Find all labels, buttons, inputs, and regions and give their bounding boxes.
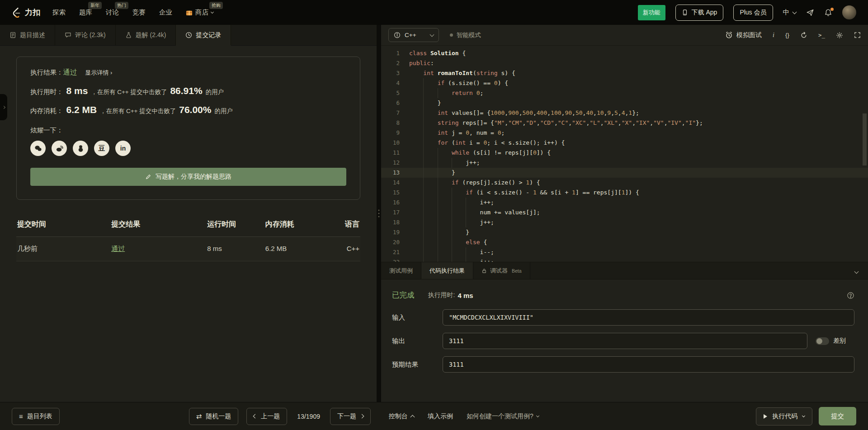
column-header: 提交时间 bbox=[17, 220, 111, 229]
leetcode-logo[interactable]: 力扣 bbox=[12, 7, 40, 18]
code-line[interactable]: 7 int values[]= {1000,900,500,400,100,90… bbox=[381, 108, 868, 118]
line-number: 7 bbox=[381, 108, 409, 118]
line-number: 5 bbox=[381, 88, 409, 98]
mode-indicator-icon bbox=[450, 33, 453, 37]
code-line[interactable]: 2public: bbox=[381, 58, 868, 68]
problem-list-button[interactable]: ≡ 题目列表 bbox=[12, 408, 60, 425]
reset-icon[interactable] bbox=[800, 32, 807, 39]
code-line[interactable]: 17 num += values[j]; bbox=[381, 208, 868, 217]
code-line[interactable]: 12 j++; bbox=[381, 158, 868, 168]
braces-icon[interactable]: {} bbox=[785, 32, 789, 38]
user-avatar[interactable] bbox=[842, 5, 856, 19]
left-tabbar: 题目描述评论 (2.3k)题解 (2.4k)提交记录 bbox=[0, 25, 377, 46]
nav-item-contest[interactable]: 竞赛 bbox=[126, 0, 152, 25]
chevron-down-icon bbox=[793, 9, 797, 14]
fullscreen-icon[interactable] bbox=[854, 32, 861, 38]
code-line[interactable]: 19 } bbox=[381, 227, 868, 237]
code-line[interactable]: 15 if (i < s.size() - 1 && s[i + 1] == r… bbox=[381, 188, 868, 198]
code-line[interactable]: 14 if (reps[j].size() > 1) { bbox=[381, 178, 868, 188]
tab-description[interactable]: 题目描述 bbox=[0, 25, 55, 45]
code-editor[interactable]: 1class Solution {2public:3 int romanToIn… bbox=[381, 46, 868, 262]
code-line[interactable]: 16 i++; bbox=[381, 198, 868, 208]
run-code-button[interactable]: 执行代码 bbox=[756, 407, 812, 425]
howto-testcase-link[interactable]: 如何创建一个测试用例? bbox=[467, 412, 539, 421]
code-line[interactable]: 5 return 0; bbox=[381, 88, 868, 98]
submission-row[interactable]: 几秒前通过8 ms6.2 MBC++ bbox=[16, 237, 360, 261]
code-line[interactable]: 22 j++; bbox=[381, 257, 868, 262]
language-selector[interactable]: C++ bbox=[388, 28, 439, 42]
tab-comments[interactable]: 评论 (2.3k) bbox=[55, 25, 116, 45]
code-line[interactable]: 18 j++; bbox=[381, 217, 868, 227]
help-question-icon[interactable] bbox=[847, 292, 854, 299]
column-header: 运行时间 bbox=[207, 220, 265, 229]
run-status: 已完成 bbox=[392, 290, 415, 300]
input-value-box[interactable]: "MCMDCDCXCLXLXIXVIVIII" bbox=[443, 309, 854, 326]
collapse-console-icon[interactable] bbox=[855, 267, 868, 275]
code-line[interactable]: 4 if (s.size() == 0) { bbox=[381, 78, 868, 88]
panel-resize-divider[interactable] bbox=[377, 25, 381, 402]
nav-item-problems[interactable]: 题库新年 bbox=[72, 0, 99, 25]
download-app-button[interactable]: 下载 App bbox=[675, 5, 724, 21]
linkedin-share-button[interactable]: in bbox=[115, 141, 131, 156]
language-switcher[interactable]: 中 bbox=[783, 8, 797, 17]
next-problem-button[interactable]: 下一题 bbox=[330, 408, 371, 425]
line-number: 17 bbox=[381, 208, 409, 217]
submit-button[interactable]: 提交 bbox=[819, 407, 856, 425]
console-tab-run-result[interactable]: 代码执行结果 bbox=[421, 262, 473, 279]
output-value-box[interactable]: 3111 bbox=[443, 333, 807, 349]
code-line[interactable]: 9 int j = 0, num = 0; bbox=[381, 128, 868, 138]
play-icon bbox=[764, 414, 767, 419]
feedback-send-icon[interactable] bbox=[806, 9, 814, 17]
console-toggle-button[interactable]: 控制台 bbox=[389, 412, 414, 421]
code-line[interactable]: 13 } bbox=[381, 168, 868, 178]
line-number: 2 bbox=[381, 58, 409, 68]
code-line[interactable]: 10 for (int i = 0; i < s.size(); i++) { bbox=[381, 138, 868, 148]
line-number: 11 bbox=[381, 148, 409, 158]
top-nav: 力扣 探索题库新年讨论热门竞赛企业商店抢购 新功能 下载 App Plus 会员… bbox=[0, 0, 868, 25]
tab-submissions[interactable]: 提交记录 bbox=[176, 25, 231, 45]
fill-example-button[interactable]: 填入示例 bbox=[428, 412, 453, 421]
smart-mode-toggle[interactable]: 智能模式 bbox=[450, 31, 481, 39]
line-number: 4 bbox=[381, 78, 409, 88]
line-number: 3 bbox=[381, 68, 409, 78]
io-row-input: 输入"MCMDCDCXCLXLXIXVIVIII" bbox=[392, 309, 854, 326]
nav-item-company[interactable]: 企业 bbox=[152, 0, 179, 25]
terminal-icon[interactable]: >_ bbox=[818, 32, 825, 38]
write-solution-button[interactable]: 写题解，分享我的解题思路 bbox=[30, 168, 346, 186]
nav-item-discuss[interactable]: 讨论热门 bbox=[99, 0, 126, 25]
editor-scrollbar[interactable] bbox=[863, 113, 867, 165]
settings-icon[interactable] bbox=[836, 32, 843, 39]
nav-right: 新功能 下载 App Plus 会员 中 bbox=[638, 5, 856, 21]
code-line[interactable]: 20 else { bbox=[381, 237, 868, 247]
nav-item-store[interactable]: 商店抢购 bbox=[179, 0, 220, 25]
line-number: 21 bbox=[381, 247, 409, 257]
prev-problem-button[interactable]: 上一题 bbox=[246, 408, 287, 425]
tab-solutions[interactable]: 题解 (2.4k) bbox=[116, 25, 176, 45]
random-problem-button[interactable]: ⇄ 随机一题 bbox=[189, 408, 239, 425]
wechat-share-button[interactable] bbox=[30, 141, 46, 156]
mock-interview-button[interactable]: 模拟面试 bbox=[725, 31, 762, 39]
console-tab-debugger[interactable]: 调试器Beta bbox=[473, 262, 530, 279]
show-details-link[interactable]: 显示详情 › bbox=[85, 69, 113, 77]
code-line[interactable]: 3 int romanToInt(string s) { bbox=[381, 68, 868, 78]
code-line[interactable]: 8 string reps[]= {"M","CM","D","CD","C",… bbox=[381, 118, 868, 128]
info-icon[interactable]: i bbox=[773, 32, 774, 39]
code-line[interactable]: 6 } bbox=[381, 98, 868, 108]
submission-result-link[interactable]: 通过 bbox=[111, 245, 207, 253]
notifications-bell-icon[interactable] bbox=[824, 9, 832, 17]
douban-share-button[interactable]: 豆 bbox=[94, 141, 109, 156]
diff-toggle[interactable] bbox=[816, 337, 829, 345]
expected-label: 预期结果 bbox=[392, 360, 443, 369]
weibo-share-button[interactable] bbox=[52, 141, 67, 156]
drawer-handle[interactable] bbox=[0, 94, 7, 120]
console-tab-testcase[interactable]: 测试用例 bbox=[381, 262, 421, 279]
expected-value-box[interactable]: 3111 bbox=[443, 356, 854, 373]
code-line[interactable]: 11 while (s[i] != reps[j][0]) { bbox=[381, 148, 868, 158]
output-label: 输出 bbox=[392, 337, 443, 345]
code-line[interactable]: 21 i--; bbox=[381, 247, 868, 257]
qq-share-button[interactable] bbox=[73, 141, 88, 156]
nav-item-explore[interactable]: 探索 bbox=[46, 0, 72, 25]
code-line[interactable]: 1class Solution { bbox=[381, 48, 868, 58]
plus-member-button[interactable]: Plus 会员 bbox=[733, 5, 773, 21]
new-feature-button[interactable]: 新功能 bbox=[638, 5, 665, 20]
